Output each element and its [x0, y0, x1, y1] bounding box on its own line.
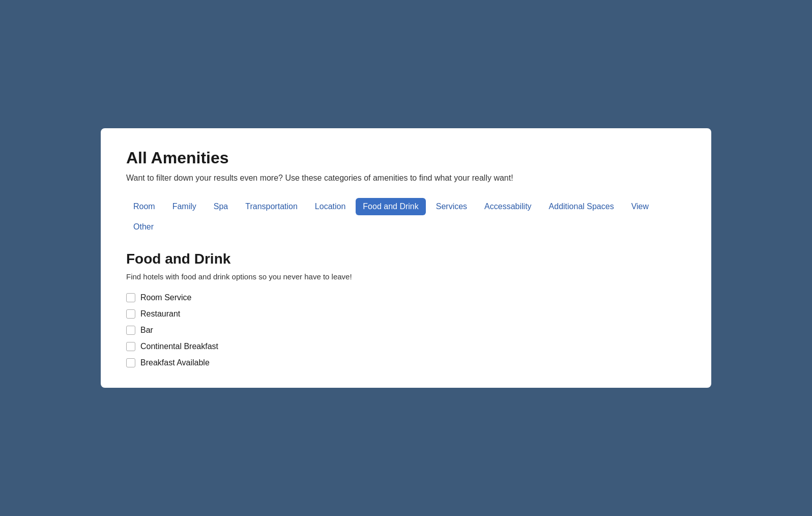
checkbox-item-room-service[interactable]: Room Service — [126, 293, 686, 302]
checkbox-item-bar[interactable]: Bar — [126, 326, 686, 335]
tab-transportation[interactable]: Transportation — [238, 198, 305, 215]
checkbox-label-restaurant: Restaurant — [140, 309, 180, 319]
tab-services[interactable]: Services — [429, 198, 474, 215]
tab-additional-spaces[interactable]: Additional Spaces — [542, 198, 621, 215]
checkbox-item-continental-breakfast[interactable]: Continental Breakfast — [126, 342, 686, 351]
checkbox-label-continental-breakfast: Continental Breakfast — [140, 342, 218, 351]
checkbox-item-breakfast-available[interactable]: Breakfast Available — [126, 358, 686, 367]
checkbox-label-room-service: Room Service — [140, 293, 191, 302]
checkbox-continental-breakfast[interactable] — [126, 342, 135, 351]
page-title: All Amenities — [126, 149, 686, 167]
amenities-card: All Amenities Want to filter down your r… — [101, 128, 711, 388]
page-subtitle: Want to filter down your results even mo… — [126, 174, 686, 183]
checkbox-label-bar: Bar — [140, 326, 153, 335]
section-subtitle: Find hotels with food and drink options … — [126, 272, 686, 281]
tab-food-and-drink[interactable]: Food and Drink — [356, 198, 425, 215]
tab-family[interactable]: Family — [165, 198, 204, 215]
tab-view[interactable]: View — [624, 198, 656, 215]
checkbox-breakfast-available[interactable] — [126, 358, 135, 367]
checkbox-list: Room ServiceRestaurantBarContinental Bre… — [126, 293, 686, 367]
tab-location[interactable]: Location — [308, 198, 353, 215]
checkbox-bar[interactable] — [126, 326, 135, 335]
filter-tabs: RoomFamilySpaTransportationLocationFood … — [126, 198, 686, 236]
checkbox-room-service[interactable] — [126, 293, 135, 302]
tab-room[interactable]: Room — [126, 198, 162, 215]
checkbox-item-restaurant[interactable]: Restaurant — [126, 309, 686, 319]
tab-accessability[interactable]: Accessability — [477, 198, 538, 215]
tab-other[interactable]: Other — [126, 218, 161, 236]
checkbox-label-breakfast-available: Breakfast Available — [140, 358, 210, 367]
checkbox-restaurant[interactable] — [126, 309, 135, 319]
tab-spa[interactable]: Spa — [207, 198, 235, 215]
section-title: Food and Drink — [126, 251, 686, 267]
